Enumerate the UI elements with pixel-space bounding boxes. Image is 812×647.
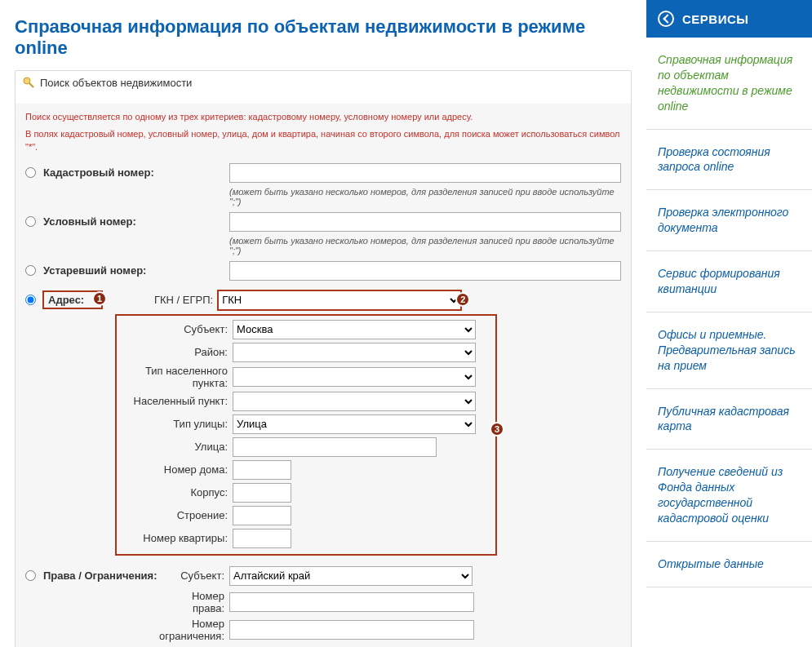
- hint-conditional: (может быть указано несколько номеров, д…: [25, 236, 621, 255]
- select-district[interactable]: [233, 343, 476, 362]
- info-line-1: Поиск осуществляется по одному из трех к…: [25, 110, 621, 124]
- sidebar-item-fund-data[interactable]: Получение сведений из Фонда данных госуд…: [646, 450, 812, 542]
- input-structure[interactable]: [233, 506, 291, 525]
- label-apt: Номер квартиры:: [120, 532, 233, 544]
- label-gkn: ГКН / ЕГРП:: [154, 294, 218, 306]
- select-gkn[interactable]: ГКН: [218, 290, 461, 310]
- panel-legend-text: Поиск объектов недвижимости: [40, 77, 192, 89]
- sidebar-item-offices[interactable]: Офисы и приемные. Предварительная запись…: [646, 312, 812, 389]
- sidebar-item-receipt[interactable]: Сервис формирования квитанции: [646, 251, 812, 312]
- label-rights-subject: Субъект:: [166, 569, 229, 582]
- label-old: Устаревший номер:: [43, 264, 229, 277]
- input-apt[interactable]: [233, 529, 291, 548]
- sidebar: СЕРВИСЫ Справочная информация по объекта…: [646, 0, 812, 647]
- input-house[interactable]: [233, 460, 291, 480]
- radio-address[interactable]: [25, 295, 36, 305]
- sidebar-item-open-data[interactable]: Открытые данные: [646, 542, 812, 587]
- radio-cadastral[interactable]: [25, 167, 36, 178]
- sidebar-item-verify-doc[interactable]: Проверка электронного документа: [646, 190, 812, 251]
- marker-1: 1: [92, 291, 107, 306]
- select-rights-subject[interactable]: Алтайский край: [229, 566, 473, 586]
- services-header[interactable]: СЕРВИСЫ: [646, 0, 812, 38]
- services-header-text: СЕРВИСЫ: [682, 12, 748, 26]
- label-district: Район:: [120, 346, 233, 358]
- marker-2: 2: [455, 292, 470, 307]
- label-cadastral: Кадастровый номер:: [43, 166, 229, 179]
- input-cadastral[interactable]: [229, 163, 621, 183]
- input-conditional[interactable]: [229, 212, 621, 232]
- hint-cadastral: (может быть указано несколько номеров, д…: [25, 187, 621, 206]
- sidebar-item-info-online[interactable]: Справочная информация по объектам недвиж…: [646, 38, 812, 130]
- label-rights: Права / Ограничения:: [43, 569, 166, 582]
- radio-rights[interactable]: [25, 570, 36, 581]
- svg-point-0: [24, 78, 30, 84]
- label-subject: Субъект:: [120, 323, 233, 335]
- input-restriction-num[interactable]: [229, 620, 474, 640]
- label-settlement: Населенный пункт:: [120, 395, 233, 407]
- label-building: Корпус:: [120, 486, 233, 499]
- input-rights-num[interactable]: [229, 592, 474, 612]
- back-arrow-icon: [658, 11, 674, 27]
- search-panel: Поиск объектов недвижимости Поиск осущес…: [15, 70, 632, 647]
- radio-conditional[interactable]: [25, 216, 36, 227]
- input-building[interactable]: [233, 483, 291, 503]
- svg-line-1: [29, 83, 33, 87]
- sidebar-item-public-map[interactable]: Публичная кадастровая карта: [646, 389, 812, 450]
- label-street: Улица:: [120, 441, 233, 453]
- select-settlement-type[interactable]: [233, 367, 476, 387]
- input-old[interactable]: [229, 261, 621, 281]
- info-line-2: В полях кадастровый номер, условный номе…: [25, 127, 621, 154]
- sidebar-item-request-status[interactable]: Проверка состояния запроса online: [646, 130, 812, 191]
- select-settlement[interactable]: [233, 392, 476, 411]
- select-street-type[interactable]: Улица: [233, 414, 476, 434]
- address-fields-block: 3 Субъект: Москва Район: Тип населенного…: [115, 314, 497, 556]
- label-structure: Строение:: [120, 509, 233, 521]
- radio-old[interactable]: [25, 265, 36, 276]
- marker-3: 3: [490, 422, 504, 437]
- select-subject[interactable]: Москва: [233, 320, 476, 339]
- label-rights-num: Номер права:: [166, 590, 229, 614]
- label-settlement-type: Тип населенного пункта:: [120, 365, 233, 389]
- label-street-type: Тип улицы:: [120, 418, 233, 430]
- search-icon: [22, 76, 35, 89]
- label-restriction-num: Номер ограничения:: [140, 618, 229, 642]
- label-conditional: Условный номер:: [43, 215, 229, 228]
- input-street[interactable]: [233, 437, 437, 457]
- page-title: Справочная информация по объектам недвиж…: [15, 16, 632, 59]
- label-house: Номер дома:: [120, 463, 233, 476]
